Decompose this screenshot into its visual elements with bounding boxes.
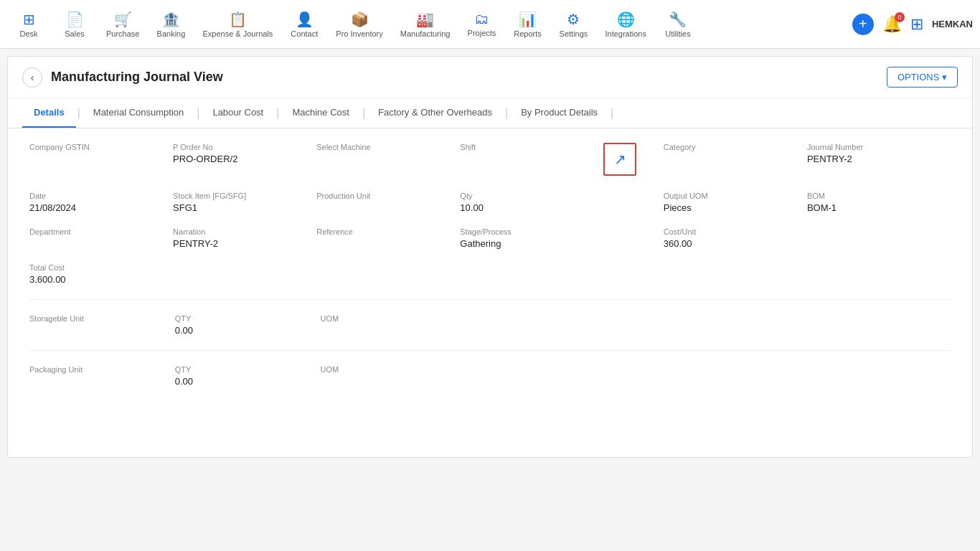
tab-sep-6: | (609, 98, 615, 128)
utilities-icon: 🔧 (669, 11, 687, 28)
tab-details[interactable]: Details (22, 98, 76, 128)
nav-items: ⊞ Desk 📄 Sales 🛒 Purchase 🏦 Banking 📋 Ex… (7, 6, 852, 42)
tab-material-consumption[interactable]: Material Consumption (82, 98, 195, 128)
spacer-6 (466, 365, 951, 387)
tab-factory-other-overheads[interactable]: Factory & Other Overheads (367, 98, 504, 128)
tab-sep-4: | (361, 98, 367, 128)
ext-link-container: ↗ (603, 143, 663, 177)
nav-item-integrations[interactable]: 🌐 Integrations (598, 6, 653, 42)
nav-item-sales[interactable]: 📄 Sales (53, 6, 96, 42)
field-packaging-qty: QTY 0.00 (175, 365, 321, 387)
field-journal-number: Journal Number PENTRY-2 (807, 143, 951, 177)
total-cost-label: Total Cost (29, 263, 179, 272)
external-link-button[interactable]: ↗ (603, 143, 636, 176)
shift-label: Shift (460, 143, 603, 151)
nav-item-expense-journals[interactable]: 📋 Expense & Journals (195, 6, 280, 42)
stock-item-label: Stock Item [FG/SFG] (173, 192, 316, 200)
nav-label-integrations: Integrations (605, 29, 646, 38)
nav-label-pro-inventory: Pro Inventory (336, 29, 382, 38)
qty-label: Qty (460, 192, 603, 200)
nav-item-settings[interactable]: ⚙ Settings (552, 6, 595, 42)
qty-value: 10.00 (460, 202, 603, 213)
projects-icon: 🗂 (474, 11, 489, 27)
field-output-uom: Output UOM Pieces (664, 192, 807, 213)
field-shift: Shift (460, 143, 603, 177)
nav-item-desk[interactable]: ⊞ Desk (7, 6, 50, 42)
page-header: ‹ Manufacturing Journal View OPTIONS ▾ (8, 57, 972, 98)
nav-label-sales: Sales (65, 29, 85, 38)
add-button[interactable]: + (852, 14, 874, 35)
tab-sep-2: | (195, 98, 201, 128)
field-bom: BOM BOM-1 (807, 192, 951, 213)
field-packaging-unit: Packaging Unit (29, 365, 175, 387)
form-row-6: Packaging Unit QTY 0.00 UOM (29, 365, 951, 387)
nav-item-pro-inventory[interactable]: 📦 Pro Inventory (329, 6, 390, 42)
manufacturing-icon: 🏭 (416, 11, 434, 28)
user-name: HEMKAN (932, 19, 973, 29)
narration-value: PENTRY-2 (173, 238, 316, 249)
department-label: Department (29, 227, 173, 236)
nav-item-projects[interactable]: 🗂 Projects (460, 6, 503, 42)
field-packaging-uom: UOM (320, 365, 466, 387)
options-button[interactable]: OPTIONS ▾ (887, 67, 958, 88)
field-narration: Narration PENTRY-2 (173, 227, 316, 249)
nav-item-contact[interactable]: 👤 Contact (283, 6, 326, 42)
pro-inventory-icon: 📦 (351, 11, 369, 28)
date-value: 21/08/2024 (29, 202, 173, 213)
nav-item-purchase[interactable]: 🛒 Purchase (99, 6, 146, 42)
production-unit-label: Production Unit (316, 192, 460, 200)
notification-button[interactable]: 🔔 0 (882, 15, 902, 34)
purchase-icon: 🛒 (114, 11, 132, 28)
reference-label: Reference (316, 227, 460, 236)
spacer-3 (603, 227, 663, 249)
output-uom-value: Pieces (664, 202, 807, 213)
tab-sep-1: | (76, 98, 82, 128)
p-order-no-label: P Order No (173, 143, 316, 151)
form-content: Company GSTIN P Order No PRO-ORDER/2 Sel… (8, 128, 972, 415)
spacer-2 (603, 192, 663, 213)
stage-process-value: Gathering (460, 238, 603, 249)
main-content-area: ‹ Manufacturing Journal View OPTIONS ▾ D… (7, 56, 973, 458)
tab-machine-cost[interactable]: Machine Cost (281, 98, 360, 128)
nav-label-purchase: Purchase (106, 29, 139, 38)
form-row-5: Storageble Unit QTY 0.00 UOM (29, 314, 951, 336)
spacer-3b (807, 227, 951, 249)
spacer-4 (179, 263, 951, 285)
external-link-icon: ↗ (614, 151, 626, 168)
storageble-qty-value: 0.00 (175, 325, 321, 336)
settings-icon: ⚙ (567, 11, 580, 28)
nav-item-utilities[interactable]: 🔧 Utilities (656, 6, 699, 42)
packaging-qty-value: 0.00 (175, 376, 321, 387)
narration-label: Narration (173, 227, 316, 236)
nav-label-projects: Projects (468, 29, 496, 37)
field-stage-process: Stage/Process Gathering (460, 227, 603, 249)
company-gstin-label: Company GSTIN (29, 143, 173, 151)
form-row-1: Company GSTIN P Order No PRO-ORDER/2 Sel… (29, 143, 951, 177)
grid-view-button[interactable]: ⊞ (910, 15, 923, 34)
nav-item-banking[interactable]: 🏦 Banking (149, 6, 192, 42)
field-reference: Reference (316, 227, 460, 249)
back-button[interactable]: ‹ (22, 67, 42, 88)
storageble-uom-label: UOM (320, 314, 466, 323)
field-storageble-unit: Storageble Unit (29, 314, 175, 336)
stock-item-value: SFG1 (173, 202, 316, 213)
nav-item-manufacturing[interactable]: 🏭 Manufacturing (393, 6, 458, 42)
storageble-qty-label: QTY (175, 314, 321, 323)
field-storageble-uom: UOM (320, 314, 466, 336)
journal-number-label: Journal Number (807, 143, 951, 151)
field-date: Date 21/08/2024 (29, 192, 173, 213)
tab-labour-cost[interactable]: Labour Cost (201, 98, 275, 128)
nav-label-reports: Reports (514, 29, 542, 38)
nav-item-reports[interactable]: 📊 Reports (506, 6, 549, 42)
category-label: Category (664, 143, 807, 151)
tab-by-product-details[interactable]: By Product Details (509, 98, 609, 128)
field-category: Category (664, 143, 807, 177)
notification-badge: 0 (895, 12, 905, 22)
packaging-uom-label: UOM (320, 365, 466, 374)
desk-icon: ⊞ (23, 11, 35, 28)
packaging-unit-label: Packaging Unit (29, 365, 175, 374)
date-label: Date (29, 192, 173, 200)
field-company-gstin: Company GSTIN (29, 143, 173, 177)
p-order-no-value: PRO-ORDER/2 (173, 154, 316, 164)
journal-number-value: PENTRY-2 (807, 154, 951, 164)
